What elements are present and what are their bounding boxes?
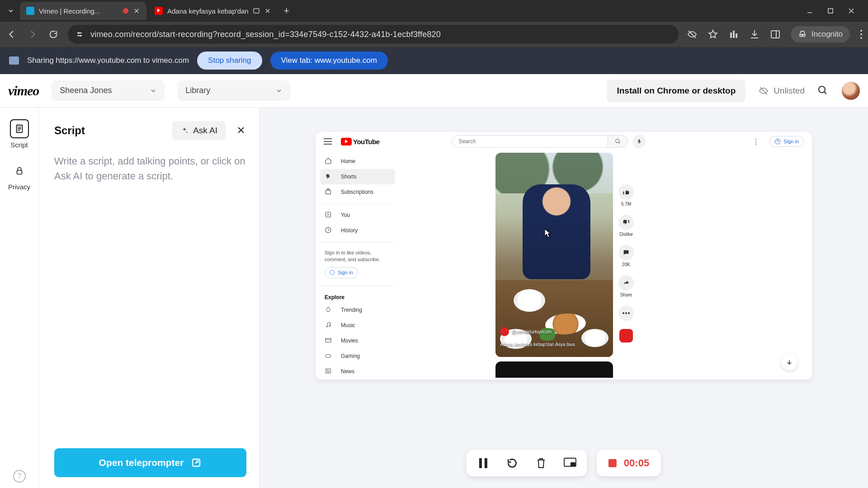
youtube-favicon-icon: [155, 7, 163, 15]
comment-icon: [618, 245, 634, 260]
youtube-search-button[interactable]: [608, 135, 628, 148]
address-bar[interactable]: vimeo.com/record/start-recording?record_…: [68, 25, 679, 44]
comments-button[interactable]: 20K: [618, 245, 634, 267]
back-button[interactable]: [5, 28, 18, 41]
sparkle-icon: [180, 127, 189, 135]
svg-point-30: [628, 312, 630, 314]
library-select[interactable]: Library: [177, 80, 290, 101]
window-close-button[interactable]: [847, 7, 855, 15]
stop-recording-button[interactable]: 00:05: [597, 450, 661, 476]
svg-rect-7: [771, 31, 779, 38]
pause-button[interactable]: [476, 456, 490, 470]
ask-ai-label: Ask AI: [193, 126, 217, 136]
svg-rect-31: [479, 458, 482, 468]
share-screen-icon: [9, 56, 19, 65]
eye-off-icon[interactable]: [687, 29, 698, 40]
delete-button[interactable]: [534, 456, 548, 470]
reload-button[interactable]: [47, 28, 60, 41]
eye-off-icon: [758, 85, 769, 96]
close-panel-button[interactable]: [236, 126, 246, 136]
yt-side-music[interactable]: Music: [320, 318, 395, 333]
like-button[interactable]: 5.7M: [618, 184, 634, 206]
yt-side-you[interactable]: You: [320, 207, 395, 223]
movies-icon: [325, 337, 333, 345]
yt-side-trending[interactable]: Trending: [320, 302, 395, 318]
yt-side-news[interactable]: News: [320, 364, 395, 379]
youtube-logo[interactable]: YouTube: [341, 138, 379, 145]
user-circle-icon: [330, 270, 335, 275]
share-button[interactable]: Share: [618, 275, 634, 297]
ask-ai-button[interactable]: Ask AI: [172, 121, 226, 140]
help-button[interactable]: ?: [13, 470, 26, 483]
browser-tab-youtube[interactable]: Adana keyfasya kebap'dan: [148, 2, 278, 20]
signin-label: Sign in: [783, 139, 799, 144]
browser-menu-button[interactable]: [860, 29, 863, 39]
site-settings-icon[interactable]: [75, 30, 84, 39]
yt-side-movies[interactable]: Movies: [320, 333, 395, 348]
yt-side-history[interactable]: History: [320, 223, 395, 238]
rail-item-privacy[interactable]: Privacy: [8, 161, 30, 191]
recording-controls: 00:05: [467, 450, 661, 476]
window-maximize-button[interactable]: [826, 7, 835, 15]
vimeo-favicon-icon: [26, 7, 34, 15]
user-circle-icon: [774, 138, 781, 145]
script-textarea-placeholder[interactable]: Write a script, add talking points, or c…: [54, 154, 246, 183]
trending-icon: [325, 306, 333, 314]
more-actions-button[interactable]: [618, 305, 634, 321]
view-tab-button[interactable]: View tab: www.youtube.com: [270, 52, 388, 70]
user-avatar[interactable]: [842, 82, 860, 100]
media-playing-icon[interactable]: [253, 8, 259, 14]
yt-side-home[interactable]: Home: [320, 154, 395, 169]
visibility-select[interactable]: Unlisted: [758, 85, 805, 96]
yt-side-signin-button[interactable]: Sign in: [325, 267, 358, 278]
new-tab-button[interactable]: +: [279, 4, 294, 18]
youtube-search-input[interactable]: [452, 135, 608, 148]
svg-rect-5: [733, 31, 735, 38]
svg-point-10: [860, 37, 862, 39]
yt-explore-heading: Explore: [320, 290, 395, 302]
user-select[interactable]: Sheena Jones: [52, 80, 165, 101]
script-icon: [10, 119, 29, 138]
forward-button[interactable]: [26, 28, 39, 41]
rail-item-script[interactable]: Script: [10, 119, 29, 149]
channel-badge[interactable]: [619, 329, 633, 343]
svg-point-29: [625, 312, 627, 314]
youtube-voice-search-button[interactable]: [632, 135, 646, 148]
arrow-down-icon: [786, 359, 793, 366]
user-select-label: Sheena Jones: [60, 86, 112, 95]
youtube-menu-button[interactable]: [324, 138, 332, 145]
vimeo-logo[interactable]: vimeo: [8, 83, 39, 99]
tab-close-button[interactable]: [264, 7, 271, 14]
recording-indicator-icon: [123, 8, 128, 14]
dislike-button[interactable]: Dislike: [618, 215, 634, 237]
yt-side-gaming[interactable]: Gaming: [320, 348, 395, 364]
downloads-icon[interactable]: [749, 29, 760, 40]
side-panel-icon[interactable]: [770, 29, 781, 40]
media-control-icon[interactable]: [728, 29, 739, 40]
open-teleprompter-button[interactable]: Open teleprompter: [54, 448, 246, 477]
short-video-player[interactable]: @yemekturkiyecom Adana keyfasya kebap'da…: [495, 153, 613, 357]
svg-rect-34: [571, 462, 576, 467]
youtube-signin-button[interactable]: Sign in: [769, 136, 804, 147]
bookmark-star-icon[interactable]: [708, 29, 718, 40]
restart-button[interactable]: [505, 456, 519, 470]
svg-point-11: [819, 86, 825, 93]
install-button[interactable]: Install on Chrome or desktop: [607, 80, 745, 102]
library-select-label: Library: [185, 86, 210, 95]
yt-side-shorts[interactable]: Shorts: [320, 169, 395, 184]
layout-button[interactable]: [563, 456, 577, 470]
youtube-more-button[interactable]: ⋮: [752, 137, 760, 146]
tab-close-button[interactable]: [133, 7, 140, 14]
yt-side-subscriptions[interactable]: Subscriptions: [320, 184, 395, 200]
browser-tab-vimeo[interactable]: Vimeo | Recording...: [20, 2, 146, 20]
window-minimize-button[interactable]: [806, 7, 814, 15]
tabs-dropdown-button[interactable]: [4, 4, 18, 18]
scroll-down-button[interactable]: [781, 354, 797, 371]
short-caption: Adana keyfasya kebap'dan Asya tava: [500, 342, 609, 347]
incognito-chip[interactable]: Incognito: [791, 26, 850, 42]
left-rail: Script Privacy ?: [0, 108, 39, 488]
short-channel-chip[interactable]: @yemekturkiyecom: [500, 327, 552, 336]
app-search-button[interactable]: [817, 85, 829, 97]
stop-sharing-button[interactable]: Stop sharing: [197, 52, 262, 70]
youtube-play-icon: [341, 138, 352, 145]
